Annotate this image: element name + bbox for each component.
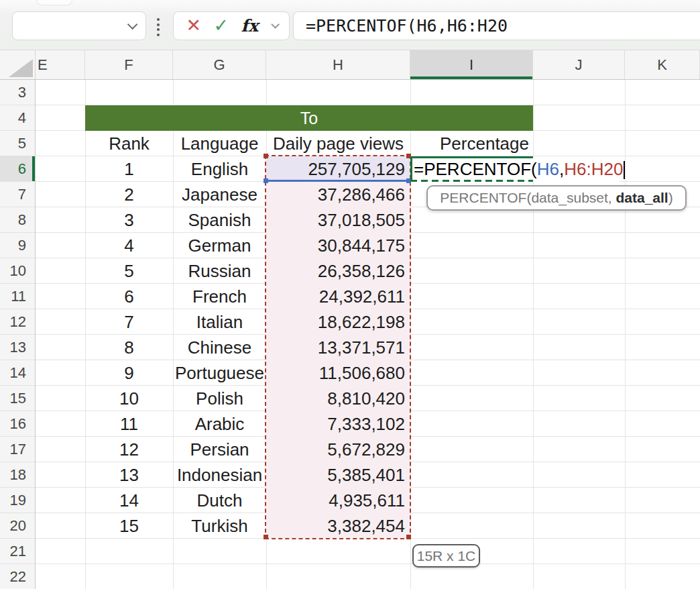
header-language[interactable]: Language — [173, 131, 266, 156]
row-header-17[interactable]: 17 — [0, 437, 35, 462]
cell-rank[interactable]: 6 — [85, 284, 173, 309]
formula-bar[interactable]: =PERCENTOF(H6,H6:H20 — [293, 11, 700, 40]
row-header-4[interactable]: 4 — [0, 105, 35, 131]
cell-language[interactable]: Chinese — [173, 335, 266, 360]
row-header-column: 345678910111213141516171819202122 — [0, 80, 36, 589]
cell-rank[interactable]: 13 — [85, 462, 173, 488]
header-rank[interactable]: Rank — [85, 131, 173, 156]
column-header-J[interactable]: J — [533, 50, 625, 79]
header-percentage[interactable]: Percentage — [410, 131, 533, 156]
cell-rank[interactable]: 2 — [85, 182, 173, 207]
row-header-3[interactable]: 3 — [0, 80, 35, 105]
cell-rank[interactable]: 8 — [85, 335, 173, 360]
table-title-banner[interactable]: To — [85, 105, 533, 131]
cell-views[interactable]: 11,506,680 — [266, 360, 410, 386]
cell-rank[interactable]: 14 — [85, 488, 173, 513]
row-header-10[interactable]: 10 — [0, 258, 35, 284]
row-header-21[interactable]: 21 — [0, 539, 35, 564]
row-header-6[interactable]: 6 — [0, 156, 35, 182]
column-header-K[interactable]: K — [625, 50, 700, 79]
header-daily-page-views[interactable]: Daily page views — [266, 131, 410, 156]
cell-rank[interactable]: 1 — [85, 156, 173, 182]
formula-toolbar: ✕ ✓ fx =PERCENTOF(H6,H6:H20 — [0, 0, 700, 50]
chevron-down-icon[interactable] — [127, 19, 138, 30]
sheet-content: To Rank Language Daily page views Percen… — [0, 0, 700, 589]
selection-size-badge: 15R x 1C — [412, 544, 480, 568]
cell-views[interactable]: 13,371,571 — [266, 335, 410, 360]
cell-views[interactable]: 4,935,611 — [266, 488, 410, 513]
row-header-9[interactable]: 9 — [0, 233, 35, 258]
cell-views[interactable]: 37,286,466 — [266, 182, 410, 207]
cell-views[interactable]: 26,358,126 — [266, 258, 410, 284]
row-header-15[interactable]: 15 — [0, 386, 35, 411]
cell-language[interactable]: Italian — [173, 309, 266, 335]
cell-language[interactable]: English — [173, 156, 266, 182]
cell-language[interactable]: Polish — [173, 386, 266, 411]
cell-language[interactable]: Arabic — [173, 411, 266, 437]
formula-ref-blue: H6 — [537, 159, 559, 179]
select-all-triangle-icon — [9, 59, 33, 77]
cell-formula-text: =PERCENTOF(H6,H6:H20 — [410, 159, 625, 180]
column-header-E[interactable]: E — [36, 50, 85, 79]
cell-views[interactable]: 18,622,198 — [266, 309, 410, 335]
cell-language[interactable]: Japanese — [173, 182, 266, 207]
row-header-19[interactable]: 19 — [0, 488, 35, 513]
row-header-20[interactable]: 20 — [0, 513, 35, 539]
cell-language[interactable]: Persian — [173, 437, 266, 462]
row-header-8[interactable]: 8 — [0, 207, 35, 233]
row-header-7[interactable]: 7 — [0, 182, 35, 207]
row-header-11[interactable]: 11 — [0, 284, 35, 309]
cell-views[interactable]: 5,385,401 — [266, 462, 410, 488]
cell-language[interactable]: French — [173, 284, 266, 309]
cell-rank[interactable]: 12 — [85, 437, 173, 462]
cell-views[interactable]: 30,844,175 — [266, 233, 410, 258]
cell-views[interactable]: 7,333,102 — [266, 411, 410, 437]
confirm-entry-icon[interactable]: ✓ — [213, 17, 229, 35]
cell-language[interactable]: Spanish — [173, 207, 266, 233]
cell-language[interactable]: Russian — [173, 258, 266, 284]
current-argument: data_all — [616, 190, 668, 206]
text-caret — [624, 161, 625, 179]
cell-rank[interactable]: 9 — [85, 360, 173, 386]
row-header-14[interactable]: 14 — [0, 360, 35, 386]
cell-views[interactable]: 24,392,611 — [266, 284, 410, 309]
name-box[interactable] — [12, 11, 146, 40]
cancel-entry-icon[interactable]: ✕ — [186, 17, 201, 35]
cell-rank[interactable]: 15 — [85, 513, 173, 539]
column-header-G[interactable]: G — [173, 50, 266, 79]
cell-views[interactable]: 37,018,505 — [266, 207, 410, 233]
row-header-12[interactable]: 12 — [0, 309, 35, 335]
cell-rank[interactable]: 4 — [85, 233, 173, 258]
cell-views[interactable]: 8,810,420 — [266, 386, 410, 411]
cell-rank[interactable]: 7 — [85, 309, 173, 335]
cell-views[interactable]: 3,382,454 — [266, 513, 410, 539]
row-header-16[interactable]: 16 — [0, 411, 35, 437]
cell-language[interactable]: Indonesian — [173, 462, 266, 488]
row-header-18[interactable]: 18 — [0, 462, 35, 488]
function-hint-tooltip: PERCENTOF(data_subset, data_all) — [426, 185, 687, 211]
active-cell-editor[interactable]: =PERCENTOF(H6,H6:H20 — [410, 156, 620, 182]
column-header-H[interactable]: H — [266, 50, 410, 79]
column-header-F[interactable]: F — [85, 50, 173, 79]
row-header-22[interactable]: 22 — [0, 564, 35, 589]
insert-function-icon[interactable]: fx — [241, 16, 258, 36]
row-header-5[interactable]: 5 — [0, 131, 35, 156]
cell-rank[interactable]: 5 — [85, 258, 173, 284]
cell-rank[interactable]: 3 — [85, 207, 173, 233]
cell-views[interactable]: 5,672,829 — [266, 437, 410, 462]
column-header-I[interactable]: I — [410, 50, 533, 79]
chevron-down-icon[interactable] — [271, 20, 280, 29]
cell-language[interactable]: German — [173, 233, 266, 258]
cell-language[interactable]: Turkish — [173, 513, 266, 539]
cell-rank[interactable]: 11 — [85, 411, 173, 437]
column-header-band: EFGHIJK — [0, 50, 700, 80]
toolbar-drag-handle[interactable] — [156, 18, 160, 36]
cell-rank[interactable]: 10 — [85, 386, 173, 411]
formula-bar-value: =PERCENTOF(H6,H6:H20 — [306, 16, 508, 36]
formula-buttons-group: ✕ ✓ fx — [173, 11, 290, 40]
select-all-corner[interactable] — [0, 50, 36, 79]
cell-views[interactable]: 257,705,129 — [266, 156, 410, 182]
row-header-13[interactable]: 13 — [0, 335, 35, 360]
cell-language[interactable]: Dutch — [173, 488, 266, 513]
cell-language[interactable]: Portuguese — [173, 360, 266, 386]
